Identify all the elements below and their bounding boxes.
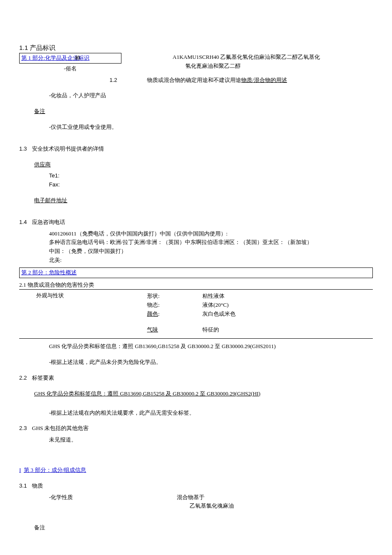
color-value: 灰白色或米色 <box>202 310 236 319</box>
s2-3-title: GHS 未包括的其他危害 <box>32 424 89 433</box>
s3-note: 备注 <box>34 523 373 532</box>
subname-label: -俗名 <box>19 64 121 73</box>
s2-3-note: 未见报道。 <box>49 436 373 445</box>
state-value: 液体(20°C) <box>202 301 229 310</box>
s1-4-title: 应急咨询电话 <box>32 218 65 227</box>
fax-label: Fax: <box>49 180 373 189</box>
email-label: 电子邮件地址 <box>34 196 373 205</box>
phone-line1: 4001206011（免费电话，仅供中国国内拨打）中国（仅供中国国内使用）: <box>49 230 373 238</box>
s2-2-num: 2.2 <box>19 374 32 383</box>
phone-line3: 中国：（免费，仅限中国拨打） <box>49 247 373 256</box>
phone-line2: 多种语言应急电话号码：欧洲/拉丁美洲/非洲：（英国）中东啊拉伯语非洲区：（英国）… <box>49 238 373 247</box>
ghs-info: GHS 化学品分类和标签信息：遵照 GB13690,GB15258 及 GB30… <box>49 342 373 351</box>
section3-prefix: I <box>19 467 21 473</box>
phone-line4: 北美: <box>49 256 373 265</box>
appearance-table: 外观与性状 形状: 粘性液体 物态: 液体(20°C) 颜色: 灰白色或米色 气… <box>19 289 373 339</box>
tel-label: Te1: <box>49 171 373 180</box>
section1-overlay-char: 称 <box>75 54 81 63</box>
s1-3-num: 1.3 <box>19 145 32 154</box>
s3-1-title: 物质 <box>32 482 43 491</box>
s1-3-title: 安全技术说明书提供者的详情 <box>32 145 104 154</box>
note-label: 备注 <box>34 107 373 116</box>
shape-value: 粘性液体 <box>202 292 225 301</box>
s1-2-text-a: 物质或混合物的确定用途和不建议用途 <box>147 77 241 83</box>
section2-box: 第 2 部分：危险性概述 <box>19 267 373 278</box>
product-code-line1: A1KAMU1SCRH40 乙氟基化氢化伯麻汕和聚乙二醇乙氧基化 <box>173 53 373 62</box>
s1-2-num: 1.2 <box>110 77 117 83</box>
appearance-label: 外观与性状 <box>19 291 147 300</box>
section1-box: 第 1 部分:化学品及企业标识 称 <box>19 53 121 64</box>
section3-box-text: 第 3 部分：成分/组成信息 <box>24 467 86 473</box>
s2-2-title: 标签要素 <box>32 374 54 383</box>
s2-3-num: 2.3 <box>19 424 32 433</box>
s1-1-title: 1.1 产品标识 <box>19 43 373 53</box>
chem-val1: 混合物基于 <box>177 493 205 502</box>
s3-1-num: 3.1 <box>19 482 32 491</box>
supplier-label: 供应商 <box>34 160 373 169</box>
color-colon: : <box>158 311 160 317</box>
product-code-line2: 氢化蓖麻油和聚乙二醇 <box>173 62 373 71</box>
use-text: -化妆品，个人护理产品 <box>49 91 373 100</box>
chem-val2: 乙氧基氯化魂麻油 <box>19 502 373 511</box>
shape-label: 形状: <box>147 292 202 301</box>
note-text: -仅供工业使用或专业使用。 <box>49 123 373 132</box>
s2-1: 2.1 物质或混合物的危害性分类 <box>19 281 373 290</box>
chem-label: -化学性质 <box>19 493 177 502</box>
state-label: 物态: <box>147 301 202 310</box>
section2-box-text: 第 2 部分：危险性概述 <box>21 269 77 276</box>
odor-label: 气味 <box>147 325 202 334</box>
ghs-note: -根据上述法规，此产品未分类为危险化学品。 <box>49 358 373 367</box>
s2-2-ghs: GHS 化学品分类和标签信息：遵照 GB13690,GB15258 及 GB30… <box>34 389 373 398</box>
odor-value: 特征的 <box>202 325 219 334</box>
color-label: 颜色 <box>147 311 158 317</box>
s1-2-text-b: 物质/混合物的用述 <box>241 77 287 83</box>
s2-2-note: -根据上述法规在内的相关法规要求，此产品无需安全标签。 <box>49 409 373 418</box>
s1-4-num: 1.4 <box>19 218 32 227</box>
